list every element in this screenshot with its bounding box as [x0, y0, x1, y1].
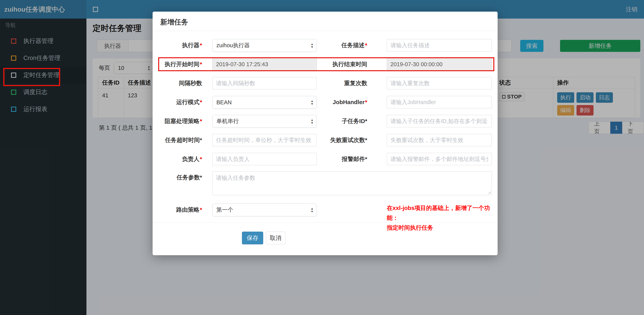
job-handler-label: JobHandler*: [318, 96, 367, 108]
form-row: 间隔秒数重复次数: [152, 74, 498, 93]
run-mode-select[interactable]: BEAN▲▼: [212, 96, 317, 109]
end-time-input[interactable]: [387, 58, 492, 70]
interval-seconds-input[interactable]: [212, 77, 317, 89]
form-row: 任务超时时间*失败重试次数*: [152, 131, 498, 150]
timeout-input[interactable]: [212, 134, 317, 146]
form-row: 阻塞处理策略*单机串行▲▼子任务ID*: [152, 112, 498, 131]
run-mode-label: 运行模式*: [154, 96, 202, 108]
timeout-label: 任务超时时间*: [154, 134, 202, 146]
job-param-textarea[interactable]: [212, 171, 492, 195]
repeat-count-input[interactable]: [387, 77, 492, 89]
form-row: 执行器*zuihou执行器▲▼任务描述*: [152, 36, 498, 55]
save-button[interactable]: 保存: [242, 232, 263, 244]
child-job-id-input[interactable]: [387, 115, 492, 127]
route-strategy-label: 路由策略*: [154, 204, 202, 216]
job-desc-input[interactable]: [387, 39, 492, 52]
alarm-email-input[interactable]: [387, 153, 492, 165]
select-arrows-icon: ▲▼: [310, 118, 314, 124]
block-strategy-label: 阻塞处理策略*: [154, 115, 202, 127]
fail-retry-input[interactable]: [387, 134, 492, 146]
select-arrows-icon: ▲▼: [310, 99, 314, 105]
owner-input[interactable]: [212, 153, 317, 165]
job-desc-label: 任务描述*: [318, 39, 367, 52]
modal-body: 执行器*zuihou执行器▲▼任务描述*执行开始时间*执行结束时间间隔秒数重复次…: [152, 31, 498, 219]
add-job-modal: 新增任务 执行器*zuihou执行器▲▼任务描述*执行开始时间*执行结束时间间隔…: [152, 12, 498, 255]
fail-retry-label: 失败重试次数*: [318, 134, 367, 146]
child-job-id-label: 子任务ID*: [318, 115, 367, 127]
select-arrows-icon: ▲▼: [310, 43, 314, 48]
form-row-param: 任务参数*: [152, 169, 498, 199]
job-handler-input[interactable]: [387, 96, 492, 108]
start-time-label: 执行开始时间*: [154, 58, 202, 70]
select-arrows-icon: ▲▼: [310, 207, 314, 213]
block-strategy-select[interactable]: 单机串行▲▼: [212, 115, 317, 128]
modal-header: 新增任务: [152, 12, 498, 31]
owner-label: 负责人*: [154, 153, 202, 165]
job-param-label: 任务参数*: [154, 171, 202, 184]
form-row: 执行开始时间*执行结束时间: [152, 55, 498, 74]
executor-select[interactable]: zuihou执行器▲▼: [212, 39, 317, 52]
end-time-label: 执行结束时间: [318, 58, 367, 70]
route-strategy-select[interactable]: 第一个▲▼: [212, 204, 317, 216]
modal-footer: 保存 取消: [152, 222, 498, 248]
modal-title: 新增任务: [160, 18, 188, 26]
cancel-button[interactable]: 取消: [266, 232, 285, 244]
form-row: 运行模式*BEAN▲▼JobHandler*: [152, 93, 498, 112]
executor-label: 执行器*: [154, 39, 202, 52]
alarm-email-label: 报警邮件*: [318, 153, 367, 165]
form-row-route: 路由策略*第一个▲▼在xxl-jobs项目的基础上，新增了一个功能：指定时间执行…: [152, 200, 498, 219]
repeat-count-label: 重复次数: [318, 77, 367, 89]
start-time-input[interactable]: [212, 58, 317, 70]
interval-seconds-label: 间隔秒数: [154, 77, 202, 89]
form-row: 负责人*报警邮件*: [152, 150, 498, 169]
app-screen: zuihou任务调度中心 注销 导航 执行器管理 Cron任务管理 定时任务管理…: [0, 0, 644, 315]
